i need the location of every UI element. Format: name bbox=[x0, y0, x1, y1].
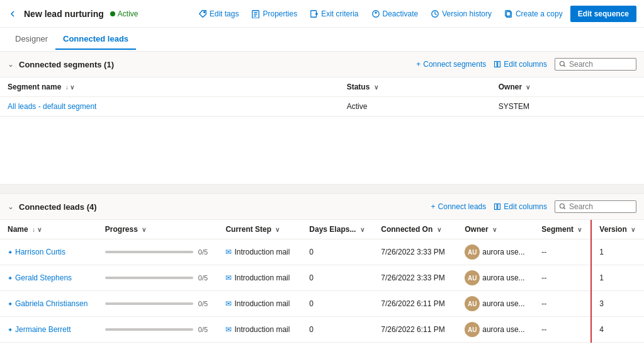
segment-name-link[interactable]: All leads - default segment bbox=[8, 102, 332, 111]
segments-toggle[interactable]: ⌄ bbox=[8, 60, 14, 69]
connect-segments-label: Connect segments bbox=[423, 60, 486, 69]
leads-toggle[interactable]: ⌄ bbox=[8, 202, 14, 211]
mail-icon: ✉ bbox=[225, 299, 232, 308]
leads-actions: + Connect leads Edit columns bbox=[431, 200, 636, 213]
sort-icon: ∨ bbox=[142, 226, 146, 233]
leads-section-header: ⌄ Connected leads (4) + Connect leads Ed… bbox=[0, 194, 644, 220]
col-owner[interactable]: Owner ∨ bbox=[457, 220, 534, 239]
lead-name-link[interactable]: ✦ Harrison Curtis bbox=[8, 248, 90, 256]
tab-designer[interactable]: Designer bbox=[8, 29, 55, 50]
version-history-button[interactable]: Version history bbox=[426, 7, 497, 21]
deactivate-button[interactable]: Deactivate bbox=[366, 7, 424, 21]
col-owner[interactable]: Owner ∨ bbox=[491, 77, 644, 97]
connect-leads-button[interactable]: + Connect leads bbox=[431, 202, 487, 211]
properties-label: Properties bbox=[263, 9, 297, 18]
leads-search-icon bbox=[559, 203, 567, 210]
exit-criteria-label: Exit criteria bbox=[321, 9, 358, 18]
segments-search-input[interactable] bbox=[569, 60, 632, 69]
table-row[interactable]: ✦ Gabriela Christiansen 0/5 ✉ Introducti… bbox=[0, 291, 644, 317]
sort-icon: ∨ bbox=[492, 226, 497, 233]
step-cell: ✉ Introduction mail bbox=[225, 325, 294, 334]
step-cell: ✉ Introduction mail bbox=[225, 299, 294, 308]
table-row[interactable]: All leads - default segment Active SYSTE… bbox=[0, 97, 644, 117]
sort-icon: ↓ ∨ bbox=[65, 84, 75, 91]
segments-section-header: ⌄ Connected segments (1) + Connect segme… bbox=[0, 52, 644, 77]
col-segment[interactable]: Segment ∨ bbox=[534, 220, 591, 239]
plus-icon: + bbox=[431, 202, 436, 211]
leads-search-input[interactable] bbox=[569, 202, 632, 211]
step-cell: ✉ Introduction mail bbox=[225, 273, 294, 282]
lead-version-cell: 3 bbox=[591, 291, 644, 317]
tab-connected-leads[interactable]: Connected leads bbox=[55, 29, 136, 50]
sort-icon: ∨ bbox=[526, 84, 530, 91]
edit-sequence-button[interactable]: Edit sequence bbox=[570, 6, 636, 22]
tabs-bar: Designer Connected leads bbox=[0, 28, 644, 52]
lead-step-cell: ✉ Introduction mail bbox=[218, 291, 302, 317]
lead-days-cell: 0 bbox=[302, 265, 373, 291]
col-version[interactable]: Version ∨ bbox=[591, 220, 644, 239]
table-row[interactable]: ✦ Gerald Stephens 0/5 ✉ Introduction mai… bbox=[0, 265, 644, 291]
lead-version-cell: 1 bbox=[591, 239, 644, 265]
mail-icon: ✉ bbox=[225, 248, 232, 256]
lead-name-link[interactable]: ✦ Gabriela Christiansen bbox=[8, 299, 90, 308]
table-row[interactable]: ✦ Harrison Curtis 0/5 ✉ Introduction mai… bbox=[0, 239, 644, 265]
lead-days-cell: 0 bbox=[302, 239, 373, 265]
progress-cell: 0/5 bbox=[105, 326, 211, 333]
leads-edit-columns-button[interactable]: Edit columns bbox=[494, 202, 547, 211]
lead-name-cell: ✦ Gerald Stephens bbox=[0, 265, 98, 291]
owner-name: aurora use... bbox=[482, 248, 524, 256]
svg-rect-7 bbox=[495, 62, 497, 67]
status-label: Active bbox=[118, 9, 138, 18]
leads-search-box[interactable] bbox=[555, 200, 636, 213]
segments-section-title: Connected segments (1) bbox=[19, 60, 416, 69]
edit-columns-icon bbox=[494, 60, 501, 68]
segments-edit-columns-button[interactable]: Edit columns bbox=[494, 60, 547, 69]
progress-cell: 0/5 bbox=[105, 274, 211, 282]
lead-name-link[interactable]: ✦ Jermaine Berrett bbox=[8, 325, 90, 334]
col-connected-on[interactable]: Connected On ∨ bbox=[373, 220, 457, 239]
step-label: Introduction mail bbox=[234, 325, 290, 334]
table-row[interactable]: ✦ Jermaine Berrett 0/5 ✉ Introduction ma… bbox=[0, 317, 644, 343]
sort-icon: ∨ bbox=[374, 84, 378, 91]
leads-table-wrap: Name ↓ ∨ Progress ∨ Current Step ∨ Days … bbox=[0, 220, 644, 343]
lead-icon: ✦ bbox=[8, 275, 13, 282]
segments-search-box[interactable] bbox=[555, 58, 636, 71]
col-name[interactable]: Name ↓ ∨ bbox=[0, 220, 98, 239]
lead-name-link[interactable]: ✦ Gerald Stephens bbox=[8, 273, 90, 282]
owner-cell: AU aurora use... bbox=[465, 296, 526, 311]
segments-table-wrap: Segment name ↓ ∨ Status ∨ Owner ∨ All le… bbox=[0, 77, 644, 117]
avatar: AU bbox=[465, 270, 480, 285]
lead-connected-on-cell: 7/26/2022 3:33 PM bbox=[373, 239, 457, 265]
top-bar: New lead nurturing Active Edit tags Prop… bbox=[0, 0, 644, 28]
col-segment-name[interactable]: Segment name ↓ ∨ bbox=[0, 77, 339, 97]
segments-edit-columns-label: Edit columns bbox=[504, 60, 547, 69]
top-actions: Edit tags Properties Exit criteria Deact… bbox=[193, 6, 636, 22]
lead-icon: ✦ bbox=[8, 249, 13, 256]
progress-bar bbox=[105, 277, 193, 279]
segments-section: ⌄ Connected segments (1) + Connect segme… bbox=[0, 52, 644, 184]
col-progress[interactable]: Progress ∨ bbox=[98, 220, 218, 239]
lead-days-cell: 0 bbox=[302, 317, 373, 343]
lead-name-cell: ✦ Gabriela Christiansen bbox=[0, 291, 98, 317]
lead-version-cell: 1 bbox=[591, 265, 644, 291]
status-badge: Active bbox=[110, 9, 138, 18]
back-button[interactable] bbox=[8, 9, 18, 19]
col-current-step[interactable]: Current Step ∨ bbox=[218, 220, 302, 239]
progress-label: 0/5 bbox=[198, 300, 208, 307]
segment-name-cell: All leads - default segment bbox=[0, 97, 339, 117]
connect-segments-button[interactable]: + Connect segments bbox=[416, 60, 486, 69]
sort-icon: ∨ bbox=[275, 226, 280, 233]
lead-progress-cell: 0/5 bbox=[98, 317, 218, 343]
leads-table: Name ↓ ∨ Progress ∨ Current Step ∨ Days … bbox=[0, 220, 644, 343]
edit-tags-button[interactable]: Edit tags bbox=[193, 7, 244, 21]
create-copy-button[interactable]: Create a copy bbox=[499, 7, 568, 21]
col-status[interactable]: Status ∨ bbox=[339, 77, 491, 97]
progress-cell: 0/5 bbox=[105, 248, 211, 256]
exit-criteria-button[interactable]: Exit criteria bbox=[305, 7, 363, 21]
segment-status-cell: Active bbox=[339, 97, 491, 117]
owner-cell: AU aurora use... bbox=[465, 322, 526, 337]
lead-step-cell: ✉ Introduction mail bbox=[218, 265, 302, 291]
col-days-elapsed[interactable]: Days Elaps... ∨ bbox=[302, 220, 373, 239]
lead-owner-cell: AU aurora use... bbox=[457, 317, 534, 343]
properties-button[interactable]: Properties bbox=[246, 7, 302, 21]
